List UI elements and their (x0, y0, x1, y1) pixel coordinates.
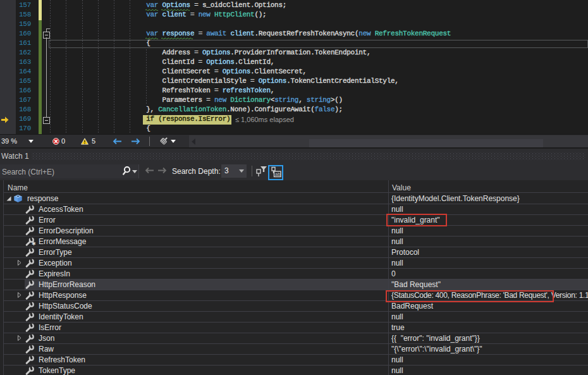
svg-text:ab: ab (275, 171, 280, 177)
